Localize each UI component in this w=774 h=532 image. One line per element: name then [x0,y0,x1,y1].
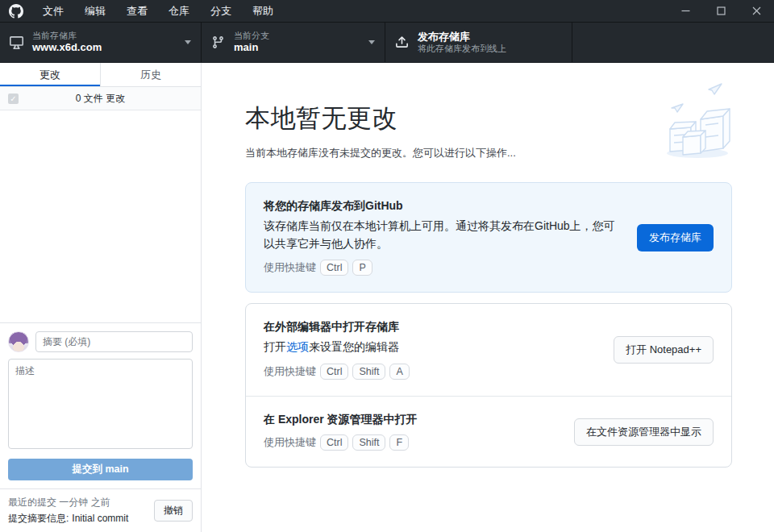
kbd-shift: Shift [352,364,385,380]
current-branch-name: main [234,41,269,54]
show-in-explorer-button[interactable]: 在文件资源管理器中显示 [574,418,714,446]
sidebar: 更改 历史 ✓ 0 文件 更改 提交到 main 最近的提交 一分钟 之前 提交… [0,63,202,532]
explorer-row-title: 在 Explorer 资源管理器中打开 [264,413,560,427]
recent-commit-summary-label: 提交摘要信息: [8,513,69,524]
recent-commit-time: 最近的提交 一分钟 之前 [8,496,128,509]
kbd-ctrl: Ctrl [320,260,348,276]
publish-repository-title: 发布存储库 [418,31,506,44]
publish-repository-button[interactable]: 发布存储库 [637,224,714,251]
kbd-f: F [389,434,409,451]
menu-help[interactable]: 帮助 [242,0,284,23]
menu-repository[interactable]: 仓库 [158,0,200,23]
open-in-explorer-row: 在 Explorer 资源管理器中打开 使用快捷键 Ctrl Shift F 在… [246,396,731,467]
paper-boxes-doodle-illustration [659,79,735,167]
app-body: 更改 历史 ✓ 0 文件 更改 提交到 main 最近的提交 一分钟 之前 提交… [0,63,774,532]
kbd-ctrl: Ctrl [320,434,348,451]
user-avatar [8,331,29,352]
menu-branch[interactable]: 分支 [200,0,242,23]
publish-card-title: 将您的存储库发布到GitHub [264,199,622,214]
menu-file[interactable]: 文件 [32,0,74,23]
main-panel: 本地暂无更改 当前本地存储库没有未提交的更改。您可以进行以下操作... 将您的存… [202,63,774,532]
titlebar: 文件 编辑 查看 仓库 分支 帮助 [0,0,774,23]
current-repository-dropdown[interactable]: 当前存储库 www.x6d.com [0,23,202,62]
upload-icon [395,35,409,49]
tab-history[interactable]: 历史 [101,63,201,86]
sidebar-tabs: 更改 历史 [0,63,201,87]
kbd-ctrl: Ctrl [320,364,348,380]
tab-changes[interactable]: 更改 [0,63,101,86]
commit-summary-input[interactable] [35,331,193,352]
editor-row-title: 在外部编辑器中打开存储库 [264,320,599,335]
current-repository-name: www.x6d.com [32,41,102,54]
menu-view[interactable]: 查看 [116,0,158,23]
publish-card-body: 该存储库当前仅在本地计算机上可用。通过将其发布在GitHub上，您可以共享它并与… [264,218,622,252]
shortcut-label: 使用快捷键 [264,435,316,450]
kbd-a: A [389,364,409,380]
recent-commit-summary-value: Initial commit [72,513,128,524]
changed-files-count: 0 文件 更改 [76,92,125,106]
suggested-actions-box: 在外部编辑器中打开存储库 打开选项来设置您的编辑器 使用快捷键 Ctrl Shi… [245,303,732,468]
publish-repository-subtitle: 将此存储库发布到线上 [418,44,506,55]
maximize-icon [717,6,726,15]
options-link[interactable]: 选项 [286,340,309,353]
changed-files-header: ✓ 0 文件 更改 [0,87,201,110]
close-icon [752,6,761,15]
changes-list-empty [0,110,201,322]
open-editor-button[interactable]: 打开 Notepad++ [614,336,714,364]
toolbar: 当前存储库 www.x6d.com 当前分支 main 发布存储库 将此存储库发… [0,23,774,63]
select-all-checkbox[interactable]: ✓ [8,94,19,104]
commit-button[interactable]: 提交到 main [8,459,193,480]
publish-repository-toolbar-button[interactable]: 发布存储库 将此存储库发布到线上 [385,23,572,62]
kbd-shift: Shift [352,434,385,451]
close-button[interactable] [739,0,774,23]
kbd-p: P [352,260,372,276]
desktop-computer-icon [10,35,23,49]
current-branch-label: 当前分支 [234,31,269,42]
git-branch-icon [211,35,225,49]
check-icon: ✓ [10,95,16,103]
maximize-button[interactable] [703,0,739,23]
publish-suggestion-card: 将您的存储库发布到GitHub 该存储库当前仅在本地计算机上可用。通过将其发布在… [245,182,732,293]
commit-form: 提交到 main [0,322,201,488]
commit-button-branch: main [105,463,128,475]
open-in-editor-row: 在外部编辑器中打开存储库 打开选项来设置您的编辑器 使用快捷键 Ctrl Shi… [246,304,731,396]
chevron-down-icon [185,40,191,44]
menu-edit[interactable]: 编辑 [74,0,116,23]
recent-commit-bar: 最近的提交 一分钟 之前 提交摘要信息:Initial commit 撤销 [0,488,201,532]
current-branch-dropdown[interactable]: 当前分支 main [202,23,385,62]
commit-description-textarea[interactable] [8,359,193,449]
undo-commit-button[interactable]: 撤销 [154,500,193,522]
chevron-down-icon [368,40,375,44]
current-repository-label: 当前存储库 [32,31,102,42]
shortcut-label: 使用快捷键 [264,364,316,379]
minimize-button[interactable] [668,0,703,23]
github-octocat-icon [0,4,32,19]
minimize-icon [681,6,690,15]
shortcut-label: 使用快捷键 [264,260,316,275]
